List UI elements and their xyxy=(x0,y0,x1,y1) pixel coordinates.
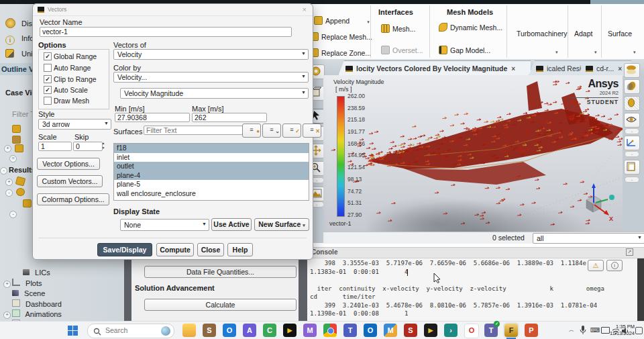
tray-chevron-icon[interactable]: ︿ xyxy=(569,326,574,334)
axes-expander[interactable]: ⌄ xyxy=(625,151,639,157)
page-expander[interactable]: ⌄ xyxy=(625,177,639,183)
group-by-button[interactable]: ≡⌄ xyxy=(262,124,281,138)
taskbar-icon-teams[interactable]: T xyxy=(343,324,357,337)
taskbar-icon-circle-app[interactable]: O xyxy=(223,324,236,337)
max-input[interactable] xyxy=(192,113,267,122)
tab-velocity-vectors[interactable]: locity Vectors Colored By Velocity Magni… xyxy=(338,60,531,76)
popout-icon[interactable]: ↗ xyxy=(626,248,633,256)
mesh-interface-button[interactable]: Mesh... xyxy=(381,24,415,33)
min-input[interactable] xyxy=(115,113,190,122)
graphics-canvas[interactable]: Velocity Magnitude [ m/s ] 262.00 238.59… xyxy=(323,75,623,232)
new-surface-button[interactable]: New Surface ▾ xyxy=(254,218,309,231)
surfaces-filter-input[interactable] xyxy=(144,126,243,135)
tree-expand-icon[interactable]: + xyxy=(5,179,13,186)
taskbar-icon-sql[interactable]: S xyxy=(404,324,417,337)
dialog-titlebar[interactable]: Vectors × xyxy=(33,4,313,16)
touchpad-icon[interactable] xyxy=(601,327,610,334)
gap-model-button[interactable]: Gap Model... xyxy=(439,46,490,54)
taskbar-icon-media-folder[interactable]: M xyxy=(303,324,317,337)
view-eye-button[interactable] xyxy=(624,113,640,128)
tab-close-icon[interactable]: × xyxy=(618,65,622,72)
surface-group[interactable]: Surface xyxy=(608,30,632,38)
display-state-dropdown[interactable]: None▼ xyxy=(120,219,209,231)
replace-zone-button[interactable]: Replace Zone... xyxy=(310,48,371,57)
selection-filter-dropdown[interactable]: all▼ xyxy=(533,233,644,244)
tree-expand-icon[interactable]: + xyxy=(3,281,11,288)
start-button[interactable] xyxy=(67,325,78,336)
mesh-view-button[interactable] xyxy=(624,96,640,111)
tree-node-icon[interactable] xyxy=(15,144,23,152)
tree-item-results[interactable]: Results xyxy=(9,166,36,174)
search-box[interactable]: Search xyxy=(87,324,174,338)
tree-collapse-icon[interactable]: - xyxy=(9,211,17,218)
global-range-checkbox[interactable]: ✓ xyxy=(44,52,52,60)
shaded-view-button[interactable] xyxy=(624,63,640,78)
skip-input[interactable] xyxy=(73,142,103,151)
replace-mesh-button[interactable]: Replace Mesh... xyxy=(310,32,372,41)
taskbar-icon-chrome[interactable] xyxy=(323,324,337,337)
tree-item-dashboard[interactable]: Dashboard xyxy=(12,299,62,308)
scale-input[interactable] xyxy=(38,142,72,151)
vector-options-button[interactable]: Vector Options... xyxy=(37,158,100,170)
deselect-all-button[interactable]: ≡✕ xyxy=(303,124,321,138)
turbomachinery-expander[interactable]: ▾ xyxy=(555,50,558,55)
tree-node-icon[interactable] xyxy=(16,188,25,196)
taskbar-icon-store[interactable]: S xyxy=(203,324,216,337)
surface-item-inlet[interactable]: inlet xyxy=(114,153,309,162)
adapt-group[interactable]: Adapt xyxy=(574,30,592,38)
axes-button[interactable] xyxy=(624,136,640,150)
taskbar-icon-powerpoint[interactable]: P xyxy=(525,324,538,337)
warning-button[interactable]: ⚠ xyxy=(588,260,604,271)
color-field-dropdown[interactable]: Velocity Magnitude▼ xyxy=(120,88,309,99)
colormap-options-button[interactable]: Colormap Options... xyxy=(37,193,109,205)
overset-button[interactable]: Overset... xyxy=(381,46,423,54)
tree-item-plots[interactable]: Plots xyxy=(12,279,42,287)
view-expander[interactable]: ⌄ xyxy=(625,128,639,134)
taskbar-icon-file-explorer[interactable] xyxy=(182,324,196,337)
color-by-dropdown[interactable]: Velocity...▼ xyxy=(113,72,309,83)
select-highlighted-button[interactable]: ≡● xyxy=(242,124,261,138)
tree-item-scene[interactable]: Scene xyxy=(12,289,45,297)
compute-button[interactable]: Compute xyxy=(156,243,194,256)
auto-range-checkbox[interactable] xyxy=(44,64,52,72)
data-file-quantities-button[interactable]: Data File Quantities... xyxy=(144,266,297,278)
append-button[interactable]: Append▾ xyxy=(314,16,370,25)
dynamic-mesh-button[interactable]: Dynamic Mesh... xyxy=(439,23,502,32)
console-scrollbar[interactable] xyxy=(637,258,644,322)
tree-node-icon[interactable] xyxy=(12,136,21,144)
page-layout-button[interactable] xyxy=(624,160,640,175)
taskbar-icon-player[interactable]: ▶ xyxy=(424,324,437,337)
tree-item-animations[interactable]: Animations xyxy=(12,309,62,318)
tree-expand-icon[interactable]: + xyxy=(3,311,11,319)
taskbar-icon-teams-2[interactable]: T✓ xyxy=(484,324,498,337)
select-all-button[interactable]: ≡✓ xyxy=(282,124,301,138)
tree-collapse-icon[interactable]: - xyxy=(0,167,7,175)
surface-item-wall-enclosure[interactable]: wall enclosure_enclosure xyxy=(114,189,309,199)
close-icon[interactable]: × xyxy=(303,5,307,13)
vectors-dialog[interactable]: Vectors × Vector Name Options ✓ Global R… xyxy=(32,3,313,260)
clock-display[interactable]: 1:35 PM 11/13/2024 xyxy=(610,324,635,337)
taskbar-icon-fluent[interactable]: F xyxy=(504,324,518,337)
notification-icon[interactable] xyxy=(635,327,643,334)
taskbar-icon-dev-app[interactable]: › xyxy=(444,324,458,337)
surface-item-f18[interactable]: f18 xyxy=(114,144,309,153)
info-button[interactable]: i xyxy=(606,260,623,271)
taskbar-icon-play-app[interactable]: ▶ xyxy=(283,324,297,337)
tree-node-icon[interactable] xyxy=(15,177,26,187)
console-output[interactable]: 398 3.3555e-03 5.7197e-06 7.6659e-06 5.6… xyxy=(310,259,604,318)
use-active-button[interactable]: Use Active xyxy=(211,218,252,231)
save-display-button[interactable]: Save/Display xyxy=(97,243,152,256)
taskbar-icon-maps[interactable]: M xyxy=(384,324,397,337)
adapt-expander[interactable]: ▾ xyxy=(594,50,597,55)
solid-view-button[interactable] xyxy=(624,79,640,94)
taskbar-icon-acrobat[interactable]: A xyxy=(243,324,256,337)
calculate-button[interactable]: Calculate xyxy=(144,299,297,311)
surface-expander[interactable]: ▾ xyxy=(633,50,636,55)
keyboard-icon[interactable]: ⌨ xyxy=(590,326,600,334)
surface-item-plane-4[interactable]: plane-4 xyxy=(114,171,309,181)
draw-mesh-checkbox[interactable] xyxy=(44,97,52,105)
help-button[interactable]: Help xyxy=(227,243,253,256)
custom-vectors-button[interactable]: Custom Vectors... xyxy=(37,175,103,187)
surface-item-outlet[interactable]: outlet xyxy=(114,162,309,171)
auto-scale-checkbox[interactable]: ✓ xyxy=(44,86,52,94)
